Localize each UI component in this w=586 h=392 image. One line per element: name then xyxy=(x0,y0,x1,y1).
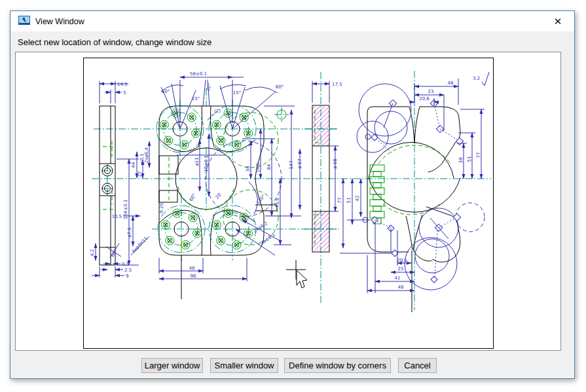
dialog-instruction: Select new location of window, change wi… xyxy=(18,37,211,47)
titlebar: View Window ✕ xyxy=(10,11,574,31)
define-window-by-corners-button[interactable]: Define window by corners xyxy=(284,358,391,373)
view-window-dialog: View Window ✕ Select new location of win… xyxy=(10,10,575,379)
larger-window-button[interactable]: Larger window xyxy=(141,358,203,373)
window-title: View Window xyxy=(35,17,84,26)
smaller-window-button[interactable]: Smaller window xyxy=(210,358,278,373)
close-button[interactable]: ✕ xyxy=(548,14,568,29)
app-icon xyxy=(18,16,30,26)
cancel-button[interactable]: Cancel xyxy=(398,358,437,373)
drawing-canvas[interactable] xyxy=(15,52,561,351)
